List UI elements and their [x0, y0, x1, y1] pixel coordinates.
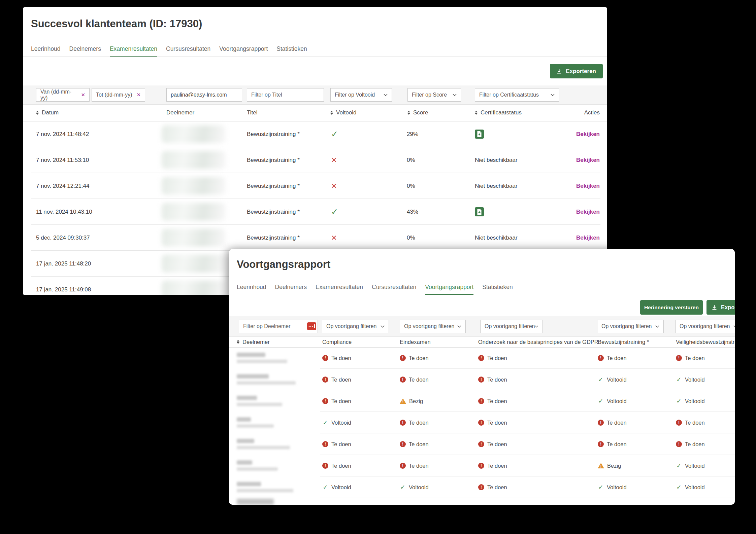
table-row: !Te doen!Bezig!Te doen✓Voltooid✓Voltooid	[229, 390, 735, 412]
todo-icon: !	[598, 441, 604, 447]
progress-filter-select-eindexamen[interactable]: Op voortgang filteren	[400, 320, 466, 333]
redacted-bar	[237, 482, 261, 486]
view-link[interactable]: Bekijken	[576, 147, 600, 173]
export-button[interactable]: Exporteren	[706, 300, 735, 315]
status-cell: ✓Voltooid	[676, 369, 705, 390]
clear-icon[interactable]: ✕	[136, 92, 141, 98]
status-cell: !Te doen	[598, 347, 627, 369]
tab-examenresultaten[interactable]: Examenresultaten	[110, 45, 157, 57]
table-row: ✓Voltooid!Te doen!Te doen!Te doen!Te doe…	[229, 412, 735, 433]
exam-score-cell: 29%	[407, 121, 418, 147]
column-header-compliance: Compliance	[322, 336, 352, 347]
check-icon: ✓	[598, 484, 604, 490]
column-header-deelnemer[interactable]: Deelnemer	[237, 336, 270, 347]
tab-cursusresultaten[interactable]: Cursusresultaten	[166, 45, 210, 57]
participant-filter-wrap: •••	[239, 320, 318, 333]
send-reminder-button[interactable]: Herinnering versturen	[640, 300, 703, 315]
progress-filter-select-compliance[interactable]: Op voortgang filteren	[322, 320, 389, 333]
status-cell: !Te doen	[400, 347, 429, 369]
tab-leerinhoud[interactable]: Leerinhoud	[31, 45, 61, 57]
participant-name-redacted	[237, 439, 290, 449]
column-header-datum[interactable]: Datum	[36, 104, 59, 121]
todo-icon: !	[478, 463, 484, 469]
todo-icon: !	[478, 377, 484, 383]
participant-name-redacted	[162, 125, 226, 143]
progress-filter-select-gdpr[interactable]: Op voortgang filteren	[480, 320, 543, 333]
exam-title-cell: Bewustzijnstraining *	[247, 225, 300, 251]
chevron-down-icon	[384, 94, 388, 96]
date-from-label: Van (dd-mm-yy)	[40, 89, 78, 101]
pdf-certificate-icon[interactable]	[475, 207, 484, 216]
status-cell: !Bezig	[598, 455, 621, 476]
view-link[interactable]: Bekijken	[576, 121, 600, 147]
redacted-bar	[237, 467, 278, 471]
not-completed-cross-icon: ✕	[331, 147, 337, 173]
progress-filter-label: Op voortgang filteren	[404, 323, 454, 329]
participant-name-redacted	[237, 417, 274, 428]
todo-icon: !	[322, 377, 328, 383]
exam-score-cell: 43%	[407, 199, 418, 225]
progress-filter-select-veiligheid[interactable]: Op voortgang filteren	[675, 320, 735, 333]
todo-icon: !	[478, 484, 484, 490]
status-cell: !Te doen	[478, 369, 507, 390]
download-icon	[712, 305, 717, 310]
tab-voortgangsrapport[interactable]: Voortgangsrapport	[219, 45, 268, 57]
download-icon	[557, 69, 562, 74]
tab-statistieken[interactable]: Statistieken	[482, 284, 513, 295]
date-to-filter[interactable]: Tot (dd-mm-yy) ✕	[92, 88, 145, 102]
todo-icon: !	[400, 441, 406, 447]
participant-name-redacted	[162, 255, 226, 273]
status-cell: !Bezig	[400, 390, 423, 412]
chevron-down-icon	[381, 325, 385, 328]
tab-deelnemers[interactable]: Deelnemers	[69, 45, 101, 57]
table-row: 5 dec. 2024 09:30:37Bewustzijnstraining …	[23, 225, 607, 251]
table-row: 7 nov. 2024 11:53:10Bewustzijnstraining …	[23, 147, 607, 173]
completed-filter-select[interactable]: Filter op Voltooid	[330, 88, 392, 102]
table-row: !Te doen!Te doen!Te doen!Bezig✓Voltooid	[229, 455, 735, 476]
status-cell: ✓Voltooid	[676, 390, 705, 412]
todo-icon: !	[322, 355, 328, 361]
completed-check-icon: ✓	[331, 121, 338, 147]
tab-deelnemers[interactable]: Deelnemers	[275, 284, 307, 295]
exam-date-cell: 5 dec. 2024 09:30:37	[36, 225, 90, 251]
tab-examenresultaten[interactable]: Examenresultaten	[316, 284, 363, 295]
participant-filter-input[interactable]	[166, 88, 242, 102]
pdf-certificate-icon[interactable]	[475, 130, 484, 139]
participant-filter-input[interactable]	[239, 320, 318, 333]
view-link[interactable]: Bekijken	[576, 225, 600, 251]
tab-statistieken[interactable]: Statistieken	[276, 45, 307, 57]
exam-date-cell: 7 nov. 2024 11:48:42	[36, 121, 89, 147]
exam-date-cell: 7 nov. 2024 12:21:44	[36, 173, 90, 199]
title-filter-input[interactable]	[247, 88, 324, 102]
extension-dots-icon[interactable]: •••	[307, 322, 316, 330]
tab-voortgangsrapport[interactable]: Voortgangsrapport	[425, 284, 473, 295]
column-header-bewustzijnstraining: Bewustzijnstraining *	[598, 336, 649, 347]
export-button[interactable]: Exporteren	[550, 64, 603, 78]
progress-filter-label: Op voortgang filteren	[326, 323, 376, 329]
redacted-bar	[237, 446, 290, 449]
clear-icon[interactable]: ✕	[81, 92, 85, 98]
status-cell: !Te doen	[676, 433, 705, 455]
view-link[interactable]: Bekijken	[576, 173, 600, 199]
column-header-certificaatstatus[interactable]: Certificaatstatus	[475, 104, 522, 121]
date-from-filter[interactable]: Van (dd-mm-yy) ✕	[36, 88, 90, 102]
progress-filter-select-bewustzijnstraining[interactable]: Op voortgang filteren	[597, 320, 664, 333]
exam-date-cell: 17 jan. 2025 11:48:20	[36, 251, 91, 277]
score-filter-label: Filter op Score	[412, 92, 447, 98]
status-cell: ✓Voltooid	[598, 369, 627, 390]
view-link[interactable]: Bekijken	[576, 199, 600, 225]
warning-exclamation: !	[600, 465, 601, 468]
redacted-bar	[237, 499, 274, 505]
column-header-voltooid[interactable]: Voltooid	[330, 104, 357, 121]
status-cell: ✓Voltooid	[676, 455, 705, 476]
tab-leerinhoud[interactable]: Leerinhoud	[237, 284, 266, 295]
status-cell: !Te doen	[598, 433, 627, 455]
sort-icon	[475, 111, 478, 115]
certificate-filter-select[interactable]: Filter op Certificaatstatus	[475, 88, 559, 102]
tab-cursusresultaten[interactable]: Cursusresultaten	[372, 284, 416, 295]
score-filter-select[interactable]: Filter op Score	[407, 88, 461, 102]
status-cell: !Te doen	[478, 390, 507, 412]
tab-divider	[23, 57, 607, 57]
column-header-score[interactable]: Score	[407, 104, 428, 121]
column-label: Score	[413, 109, 428, 116]
